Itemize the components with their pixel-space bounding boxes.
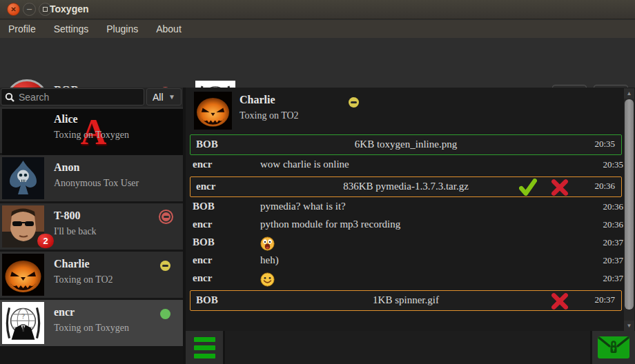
message-time: 20:35 <box>603 159 623 170</box>
contact-filter-dropdown[interactable]: All ▼ <box>146 88 182 105</box>
contact-name: Anon <box>54 161 79 174</box>
composer-bar <box>186 331 635 364</box>
contact-status-online-icon <box>160 309 170 319</box>
chat-scrollbar: ▲ ▼ <box>624 88 634 331</box>
contact-item-encr[interactable]: ? encr Toxing on Toxygen <box>0 300 183 346</box>
chat-peer-card: Charlie Toxing on TO2 <box>191 92 614 133</box>
contact-status-message: Toxing on Toxygen <box>54 323 129 334</box>
contact-item-t800[interactable]: T-800 I'll be back 2 <box>0 203 183 250</box>
message-sender: encr <box>193 219 212 230</box>
hamburger-icon <box>194 337 215 342</box>
charlie-avatar <box>2 254 44 296</box>
message-time: 20:36 <box>603 219 623 230</box>
contact-item-charlie[interactable]: Charlie Toxing on TO2 <box>0 252 183 298</box>
scrollbar-thumb[interactable] <box>625 99 634 310</box>
contact-status-message: Anonymous Tox User <box>54 178 139 189</box>
contact-status-busy-icon <box>162 212 170 221</box>
close-window-icon[interactable]: ✕ <box>7 3 20 16</box>
message-text: heh) <box>260 254 279 266</box>
menu-settings[interactable]: Settings <box>54 23 89 34</box>
scroll-up-icon[interactable]: ▲ <box>624 88 634 99</box>
send-message-button[interactable] <box>592 331 635 364</box>
contact-status-message: Toxing on TO2 <box>54 274 113 285</box>
svg-text:?: ? <box>21 312 25 320</box>
contact-list: A Alice Toxing on Toxygen <box>0 107 183 364</box>
message-input[interactable] <box>225 331 590 364</box>
window-title: Toxygen <box>50 3 89 14</box>
menu-profile[interactable]: Profile <box>8 23 36 34</box>
menu-about[interactable]: About <box>156 23 182 34</box>
peer-card-status-away-icon <box>349 97 359 108</box>
search-box[interactable] <box>1 88 144 105</box>
anon-avatar <box>2 157 44 199</box>
menu-plugins[interactable]: Plugins <box>106 23 138 34</box>
contact-status-message: Toxing on Toxygen <box>54 130 129 141</box>
search-row: All ▼ <box>0 88 183 107</box>
message-row: BOB 20:37 <box>186 235 623 253</box>
attachments-menu-button[interactable] <box>186 331 223 364</box>
message-time: 20:36 <box>594 181 615 192</box>
contact-name: Alice <box>54 113 78 125</box>
message-time: 20:35 <box>594 139 615 150</box>
contact-name: T-800 <box>54 210 81 222</box>
message-sender: encr <box>193 272 212 284</box>
file-transfer-in-progress: BOB 1KB spinner.gif 20:37 <box>190 290 622 311</box>
message-sender: encr <box>193 254 212 266</box>
search-icon <box>5 92 14 102</box>
file-transfer-done: BOB 6KB toxygen_inline.png 20:35 <box>190 134 622 155</box>
scroll-down-icon[interactable]: ▼ <box>624 321 634 331</box>
message-row: BOB pymedia? what is it? 20:36 <box>186 199 623 217</box>
title-bar: ✕ ─ Toxygen <box>0 0 635 19</box>
encrypted-envelope-icon <box>597 335 630 360</box>
message-time: 20:37 <box>603 273 623 284</box>
message-time: 20:37 <box>603 255 623 266</box>
decline-file-icon[interactable] <box>551 179 569 196</box>
chevron-down-icon: ▼ <box>168 93 175 101</box>
chat-area: Charlie Toxing on TO2 BOB 6KB toxygen_in… <box>183 88 635 364</box>
filter-value: All <box>153 92 164 103</box>
message-text: python module for mp3 recording <box>260 219 400 230</box>
contact-name: encr <box>54 306 75 318</box>
message-row: encr python module for mp3 recording 20:… <box>186 217 623 235</box>
contact-name: Charlie <box>54 258 90 270</box>
menu-bar: Profile Settings Plugins About <box>0 20 635 38</box>
unread-count-badge: 2 <box>37 234 54 248</box>
sidebar: All ▼ A Alice Toxing on Toxygen <box>0 88 183 364</box>
message-sender: encr <box>193 159 212 170</box>
peer-card-status-message: Toxing on TO2 <box>240 110 299 121</box>
smile-emoji-icon <box>260 272 275 287</box>
peer-card-name: Charlie <box>240 94 275 106</box>
message-list: BOB 6KB toxygen_inline.png 20:35 encr wo… <box>186 133 623 313</box>
contact-item-anon[interactable]: Anon Anonymous Tox User <box>0 155 183 201</box>
encr-avatar: ? <box>2 302 44 344</box>
message-sender: BOB <box>193 236 215 248</box>
message-time: 20:36 <box>603 201 623 212</box>
contact-status-message: I'll be back <box>54 226 97 237</box>
header-row: B BOB Looking for Python dev… ? encr Tox… <box>0 38 635 88</box>
message-text: wow charlie is online <box>260 159 349 170</box>
file-transfer-pending: encr 836KB pymedia-1.3.7.3.tar.gz 20:36 <box>190 176 622 197</box>
decline-file-icon[interactable] <box>551 292 569 310</box>
contact-item-alice[interactable]: A Alice Toxing on Toxygen <box>0 107 183 153</box>
message-text: pymedia? what is it? <box>260 201 346 212</box>
toxygen-window: ✕ ─ Toxygen Profile Settings Plugins Abo… <box>0 0 635 364</box>
message-row: encr heh) 20:37 <box>186 253 623 271</box>
charlie-avatar <box>194 92 232 130</box>
file-name: 6KB toxygen_inline.png <box>190 139 621 150</box>
minimize-window-icon[interactable]: ─ <box>23 3 36 16</box>
message-sender: BOB <box>193 201 215 212</box>
shocked-emoji-icon <box>260 236 275 251</box>
message-time: 20:37 <box>594 294 615 305</box>
contact-status-away-icon <box>160 261 170 271</box>
search-input[interactable] <box>19 92 144 103</box>
message-time: 20:37 <box>603 237 623 248</box>
message-row: encr wow charlie is online 20:35 <box>186 157 623 175</box>
message-row: encr 20:37 <box>186 271 623 289</box>
accept-file-icon[interactable] <box>519 179 537 196</box>
